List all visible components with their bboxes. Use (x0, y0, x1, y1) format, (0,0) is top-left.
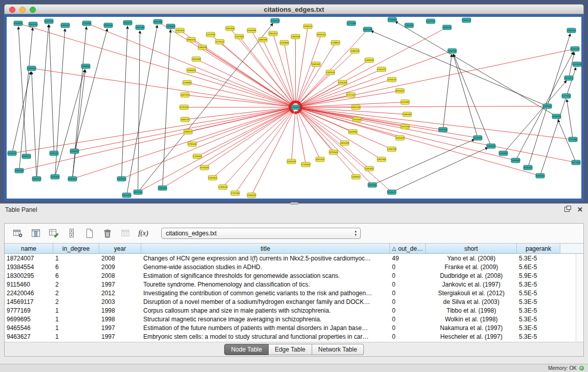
graph-node[interactable]: 1069637 (352, 174, 360, 179)
new-table-icon[interactable] (82, 227, 97, 240)
graph-node[interactable]: 1505423 (396, 136, 404, 140)
graph-node[interactable]: 1846603 (68, 177, 77, 181)
graph-node[interactable]: 1616263 (338, 80, 347, 85)
graph-node[interactable]: 9418743 (426, 19, 435, 24)
graph-node[interactable]: 1748807 (331, 40, 340, 45)
graph-node[interactable]: 9047293 (45, 19, 53, 24)
column-header-out_degree[interactable]: △out_de… (390, 244, 426, 254)
graph-node[interactable]: 1284556 (487, 144, 495, 148)
graph-node[interactable]: 1586693 (81, 64, 90, 69)
row-tools-icon[interactable] (64, 227, 79, 240)
table-row[interactable]: 1830029562008Estimation of significance … (5, 271, 576, 280)
graph-node[interactable]: 2063100 (27, 66, 36, 71)
column-header-year[interactable]: year (99, 244, 141, 254)
graph-node[interactable]: 1254401 (208, 176, 217, 180)
table-row[interactable]: 946554611997Estimation of the future num… (5, 323, 576, 332)
graph-node[interactable]: 1206675 (443, 25, 451, 30)
table-row[interactable]: 911546021997Tourette syndrome. Phenomeno… (5, 280, 576, 289)
graph-node[interactable]: 1264193 (70, 149, 79, 154)
graph-node[interactable]: 1833964 (511, 158, 520, 163)
graph-node[interactable]: 1630105 (287, 159, 296, 164)
table-row[interactable]: 2242004622012Investigating the contribut… (5, 289, 576, 297)
table-settings-icon[interactable] (11, 227, 25, 240)
graph-node[interactable]: 1485520 (61, 23, 70, 28)
graph-node[interactable]: 1867918 (439, 127, 447, 132)
table-row[interactable]: 946362711997Embryonic stem cells: a mode… (5, 332, 576, 341)
graph-node-hub[interactable]: 1724049 (291, 105, 300, 110)
graph-node[interactable]: 1679197 (473, 136, 482, 140)
graph-node[interactable]: 1221390 (401, 100, 409, 104)
graph-node[interactable]: 1871220 (134, 190, 142, 194)
graph-node[interactable]: 1783514 (219, 185, 227, 189)
graph-node[interactable]: 2620659 (14, 21, 23, 26)
graph-node[interactable]: 1550140 (571, 47, 579, 51)
graph-node[interactable]: 1064871 (123, 20, 132, 25)
graph-node[interactable]: 1696195 (258, 37, 267, 42)
graph-node[interactable]: 1962006 (291, 34, 300, 39)
graph-node[interactable]: 1981631 (312, 62, 320, 67)
graph-node[interactable]: 9562406 (363, 27, 372, 32)
graph-node[interactable]: 9245052 (524, 165, 532, 170)
graph-node[interactable]: 1606616 (365, 58, 374, 62)
graph-node[interactable]: 1032013 (387, 77, 396, 82)
minimize-window-button[interactable] (19, 7, 26, 13)
column-header-short[interactable]: short (426, 244, 517, 254)
graph-node[interactable]: 1092450 (536, 173, 545, 178)
graph-node[interactable]: 1485083 (403, 112, 411, 117)
graph-node[interactable]: 1857930 (377, 157, 386, 162)
graph-node[interactable]: 1643932 (349, 129, 357, 134)
graph-node[interactable]: 1084293 (552, 114, 561, 119)
graph-node[interactable]: 2306713 (181, 117, 189, 122)
graph-node[interactable]: 1575716 (401, 124, 409, 129)
graph-node[interactable]: 1664784 (448, 49, 456, 53)
graph-node[interactable]: 1183741 (29, 22, 37, 27)
graph-node[interactable]: 9631258 (154, 19, 162, 24)
graph-node[interactable]: 2185815 (187, 68, 195, 73)
graph-node[interactable]: 1495758 (387, 147, 396, 151)
graph-node[interactable]: 1126403 (166, 24, 175, 29)
tab-network-table[interactable]: Network Table (312, 344, 364, 355)
tab-edge-table[interactable]: Edge Table (269, 344, 312, 355)
graph-node[interactable]: 1505492 (365, 166, 374, 171)
graph-node[interactable]: 2609556 (117, 177, 126, 181)
graph-node[interactable]: 1959027 (303, 24, 312, 29)
graph-node[interactable]: 1221602 (353, 117, 361, 122)
graph-node[interactable]: 1420075 (377, 67, 386, 72)
graph-node[interactable]: 1814466 (226, 26, 234, 31)
close-window-button[interactable] (9, 7, 15, 13)
graph-node[interactable]: 1927447 (316, 157, 324, 162)
graph-node[interactable]: 1322016 (326, 70, 335, 75)
graph-node[interactable]: 1247326 (206, 32, 215, 37)
graph-node[interactable]: 1840048 (192, 57, 201, 61)
graph-node[interactable]: 2280538 (198, 45, 207, 50)
function-builder-icon[interactable]: f(x) (136, 227, 150, 240)
graph-node[interactable]: 1635441 (247, 193, 256, 198)
show-columns-icon[interactable] (29, 227, 43, 240)
zoom-window-button[interactable] (30, 7, 36, 13)
table-row[interactable]: 969969511998Structural magnetic resonanc… (5, 315, 576, 323)
table-scrollbar[interactable] (576, 254, 583, 342)
graph-node[interactable]: 1851645 (340, 141, 349, 145)
graph-node[interactable]: 1777147 (346, 93, 355, 97)
citation-network-graph[interactable]: 2620659118374190472931485520175220389940… (7, 17, 581, 199)
graph-node[interactable]: 1486424 (351, 49, 359, 53)
table-row[interactable]: 1872400712008Changes of HCN gene express… (5, 254, 576, 262)
delete-table-icon[interactable] (100, 227, 115, 240)
graph-node[interactable]: 1936671 (184, 129, 192, 134)
tab-node-table[interactable]: Node Table (224, 344, 269, 355)
table-row[interactable]: 1938455462009Genome-wide association stu… (5, 262, 576, 271)
graph-node[interactable]: 1841140 (317, 32, 325, 37)
graph-node[interactable]: 1771286 (347, 21, 356, 26)
column-header-name[interactable]: name (5, 244, 53, 254)
graph-node[interactable]: 1677180 (572, 160, 580, 165)
graph-node[interactable]: 2275125 (180, 105, 188, 110)
graph-node[interactable]: 1851545 (352, 105, 360, 110)
graph-node[interactable]: 1073052 (573, 62, 581, 67)
graph-node[interactable]: 1752346 (231, 191, 239, 195)
graph-node[interactable]: 1962401 (176, 28, 184, 33)
import-table-icon[interactable] (118, 227, 133, 240)
table-row[interactable]: 977716911998Corpus callosum shape and si… (5, 306, 576, 315)
graph-node[interactable]: 1094383 (499, 151, 508, 156)
graph-node[interactable]: 1547905 (235, 34, 244, 39)
graph-node[interactable]: 1875543 (329, 150, 338, 155)
